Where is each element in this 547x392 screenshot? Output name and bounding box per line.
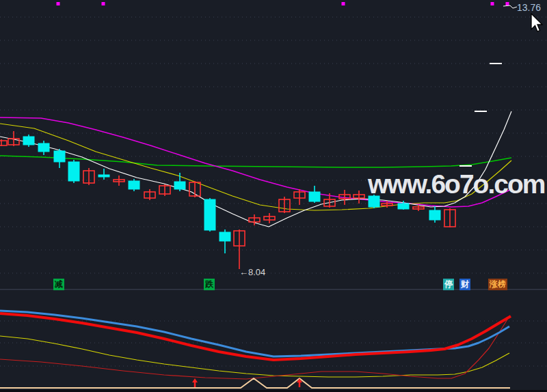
candle-body	[23, 137, 34, 145]
candle-body	[429, 210, 440, 220]
top-signal-dot	[506, 2, 509, 5]
stock-chart-window: www.6o7o.com 13.76 ←8.04 减跌停财涨榜	[0, 0, 547, 392]
series-pointer-squiggle	[503, 5, 517, 8]
watermark: www.6o7o.com	[368, 169, 544, 199]
top-signal-dot	[57, 2, 60, 5]
candle-body	[68, 162, 79, 181]
current-price-label: 13.76	[517, 2, 541, 13]
signal-tag-停: 停	[443, 279, 454, 290]
mouse-cursor-icon	[529, 13, 544, 33]
top-signal-dot	[491, 2, 494, 5]
signal-tag-跌: 跌	[204, 279, 215, 290]
top-signal-dot	[102, 2, 105, 5]
candle-body	[204, 199, 215, 230]
candle-body	[174, 182, 185, 189]
low-price-annotation: ←8.04	[239, 267, 265, 277]
candle-body	[98, 175, 109, 177]
candle-body	[398, 204, 409, 209]
candle-body	[129, 181, 139, 189]
candle-body	[219, 232, 230, 241]
signal-tag-减: 减	[53, 279, 64, 290]
top-signal-dot	[342, 2, 345, 5]
candle-body	[309, 192, 320, 201]
candle-body	[38, 143, 49, 152]
series-indicator-tan-base	[0, 378, 510, 388]
signal-tag-涨榜: 涨榜	[488, 279, 507, 290]
buy-arrow-head	[192, 378, 198, 382]
signal-tag-财: 财	[459, 279, 470, 290]
candle-body	[54, 151, 65, 162]
